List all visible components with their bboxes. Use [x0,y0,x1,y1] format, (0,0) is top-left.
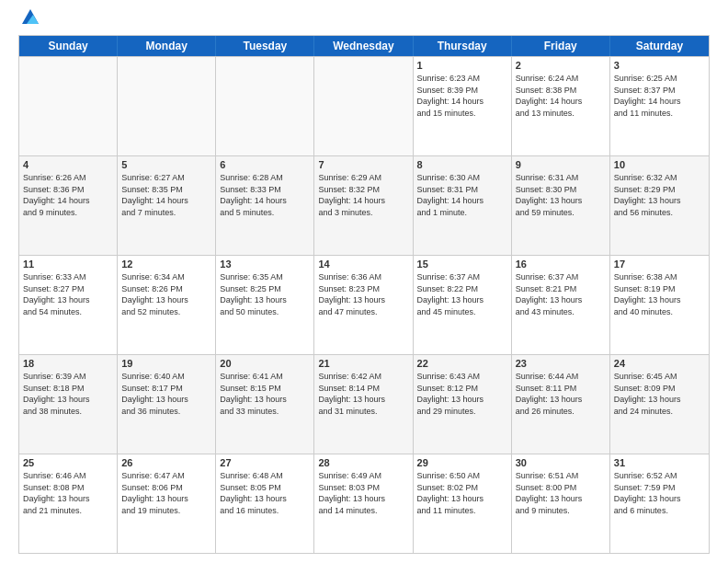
calendar-cell: 27Sunrise: 6:48 AM Sunset: 8:05 PM Dayli… [216,454,314,553]
calendar-cell: 18Sunrise: 6:39 AM Sunset: 8:18 PM Dayli… [19,355,118,454]
calendar-row-2: 4Sunrise: 6:26 AM Sunset: 8:36 PM Daylig… [19,155,709,255]
cell-info: Sunrise: 6:43 AM Sunset: 8:12 PM Dayligh… [417,371,507,417]
day-number: 7 [318,159,408,170]
day-number: 10 [614,159,705,170]
day-number: 4 [23,159,113,170]
calendar-cell: 13Sunrise: 6:35 AM Sunset: 8:25 PM Dayli… [216,256,314,354]
weekday-header-sunday: Sunday [19,36,118,56]
cell-info: Sunrise: 6:35 AM Sunset: 8:25 PM Dayligh… [220,271,310,317]
day-number: 9 [516,159,606,170]
day-number: 20 [220,358,310,369]
weekday-header-wednesday: Wednesday [314,36,413,56]
day-number: 15 [417,259,507,270]
calendar-cell: 6Sunrise: 6:28 AM Sunset: 8:33 PM Daylig… [216,156,314,255]
calendar-cell: 17Sunrise: 6:38 AM Sunset: 8:19 PM Dayli… [610,256,709,354]
day-number: 28 [318,457,408,468]
calendar-cell: 10Sunrise: 6:32 AM Sunset: 8:29 PM Dayli… [610,156,709,255]
cell-info: Sunrise: 6:51 AM Sunset: 8:00 PM Dayligh… [516,470,606,516]
cell-info: Sunrise: 6:24 AM Sunset: 8:38 PM Dayligh… [516,73,606,119]
day-number: 13 [220,259,310,270]
cell-info: Sunrise: 6:34 AM Sunset: 8:26 PM Dayligh… [121,271,211,317]
calendar-cell: 7Sunrise: 6:29 AM Sunset: 8:32 PM Daylig… [314,156,413,255]
calendar-cell: 31Sunrise: 6:52 AM Sunset: 7:59 PM Dayli… [610,454,709,553]
cell-info: Sunrise: 6:40 AM Sunset: 8:17 PM Dayligh… [121,371,211,417]
cell-info: Sunrise: 6:36 AM Sunset: 8:23 PM Dayligh… [318,271,408,317]
day-number: 18 [23,358,113,369]
day-number: 1 [417,60,507,71]
calendar-cell: 26Sunrise: 6:47 AM Sunset: 8:06 PM Dayli… [118,454,216,553]
cell-info: Sunrise: 6:49 AM Sunset: 8:03 PM Dayligh… [318,470,408,516]
cell-info: Sunrise: 6:31 AM Sunset: 8:30 PM Dayligh… [516,172,606,218]
calendar-cell: 22Sunrise: 6:43 AM Sunset: 8:12 PM Dayli… [414,355,512,454]
day-number: 12 [121,259,211,270]
day-number: 31 [614,457,705,468]
cell-info: Sunrise: 6:37 AM Sunset: 8:22 PM Dayligh… [417,271,507,317]
day-number: 26 [121,457,211,468]
calendar-cell [118,57,216,155]
cell-info: Sunrise: 6:25 AM Sunset: 8:37 PM Dayligh… [614,73,705,119]
day-number: 16 [516,259,606,270]
cell-info: Sunrise: 6:45 AM Sunset: 8:09 PM Dayligh… [614,371,705,417]
calendar-cell: 1Sunrise: 6:23 AM Sunset: 8:39 PM Daylig… [414,57,512,155]
cell-info: Sunrise: 6:46 AM Sunset: 8:08 PM Dayligh… [23,470,113,516]
cell-info: Sunrise: 6:38 AM Sunset: 8:19 PM Dayligh… [614,271,705,317]
calendar-cell: 5Sunrise: 6:27 AM Sunset: 8:35 PM Daylig… [118,156,216,255]
cell-info: Sunrise: 6:52 AM Sunset: 7:59 PM Dayligh… [614,470,705,516]
day-number: 24 [614,358,705,369]
logo [18,15,40,28]
day-number: 11 [23,259,113,270]
calendar-cell: 9Sunrise: 6:31 AM Sunset: 8:30 PM Daylig… [512,156,610,255]
calendar-cell: 16Sunrise: 6:37 AM Sunset: 8:21 PM Dayli… [512,256,610,354]
header [18,15,710,28]
calendar-cell: 24Sunrise: 6:45 AM Sunset: 8:09 PM Dayli… [610,355,709,454]
day-number: 23 [516,358,606,369]
calendar-cell: 19Sunrise: 6:40 AM Sunset: 8:17 PM Dayli… [118,355,216,454]
calendar-row-4: 18Sunrise: 6:39 AM Sunset: 8:18 PM Dayli… [19,354,709,454]
day-number: 2 [516,60,606,71]
cell-info: Sunrise: 6:30 AM Sunset: 8:31 PM Dayligh… [417,172,507,218]
cell-info: Sunrise: 6:26 AM Sunset: 8:36 PM Dayligh… [23,172,113,218]
calendar-cell: 23Sunrise: 6:44 AM Sunset: 8:11 PM Dayli… [512,355,610,454]
day-number: 8 [417,159,507,170]
calendar-cell: 2Sunrise: 6:24 AM Sunset: 8:38 PM Daylig… [512,57,610,155]
cell-info: Sunrise: 6:27 AM Sunset: 8:35 PM Dayligh… [121,172,211,218]
day-number: 14 [318,259,408,270]
day-number: 17 [614,259,705,270]
weekday-header-saturday: Saturday [610,36,709,56]
cell-info: Sunrise: 6:28 AM Sunset: 8:33 PM Dayligh… [220,172,310,218]
cell-info: Sunrise: 6:44 AM Sunset: 8:11 PM Dayligh… [516,371,606,417]
cell-info: Sunrise: 6:42 AM Sunset: 8:14 PM Dayligh… [318,371,408,417]
calendar-cell: 3Sunrise: 6:25 AM Sunset: 8:37 PM Daylig… [610,57,709,155]
calendar-cell: 4Sunrise: 6:26 AM Sunset: 8:36 PM Daylig… [19,156,118,255]
cell-info: Sunrise: 6:37 AM Sunset: 8:21 PM Dayligh… [516,271,606,317]
day-number: 6 [220,159,310,170]
calendar-cell: 30Sunrise: 6:51 AM Sunset: 8:00 PM Dayli… [512,454,610,553]
cell-info: Sunrise: 6:29 AM Sunset: 8:32 PM Dayligh… [318,172,408,218]
calendar-cell: 25Sunrise: 6:46 AM Sunset: 8:08 PM Dayli… [19,454,118,553]
cell-info: Sunrise: 6:48 AM Sunset: 8:05 PM Dayligh… [220,470,310,516]
cell-info: Sunrise: 6:33 AM Sunset: 8:27 PM Dayligh… [23,271,113,317]
day-number: 30 [516,457,606,468]
day-number: 27 [220,457,310,468]
calendar: SundayMondayTuesdayWednesdayThursdayFrid… [18,35,710,554]
day-number: 22 [417,358,507,369]
calendar-row-3: 11Sunrise: 6:33 AM Sunset: 8:27 PM Dayli… [19,255,709,354]
weekday-header-friday: Friday [512,36,610,56]
calendar-cell: 15Sunrise: 6:37 AM Sunset: 8:22 PM Dayli… [414,256,512,354]
calendar-cell: 28Sunrise: 6:49 AM Sunset: 8:03 PM Dayli… [314,454,413,553]
calendar-cell [19,57,118,155]
day-number: 25 [23,457,113,468]
cell-info: Sunrise: 6:23 AM Sunset: 8:39 PM Dayligh… [417,73,507,119]
cell-info: Sunrise: 6:32 AM Sunset: 8:29 PM Dayligh… [614,172,705,218]
calendar-cell: 21Sunrise: 6:42 AM Sunset: 8:14 PM Dayli… [314,355,413,454]
day-number: 29 [417,457,507,468]
cell-info: Sunrise: 6:50 AM Sunset: 8:02 PM Dayligh… [417,470,507,516]
calendar-row-5: 25Sunrise: 6:46 AM Sunset: 8:08 PM Dayli… [19,454,709,553]
calendar-cell: 20Sunrise: 6:41 AM Sunset: 8:15 PM Dayli… [216,355,314,454]
weekday-header-thursday: Thursday [414,36,512,56]
calendar-cell: 11Sunrise: 6:33 AM Sunset: 8:27 PM Dayli… [19,256,118,354]
logo-icon [20,7,40,28]
calendar-cell [314,57,413,155]
calendar-cell: 29Sunrise: 6:50 AM Sunset: 8:02 PM Dayli… [414,454,512,553]
weekday-header-monday: Monday [118,36,216,56]
